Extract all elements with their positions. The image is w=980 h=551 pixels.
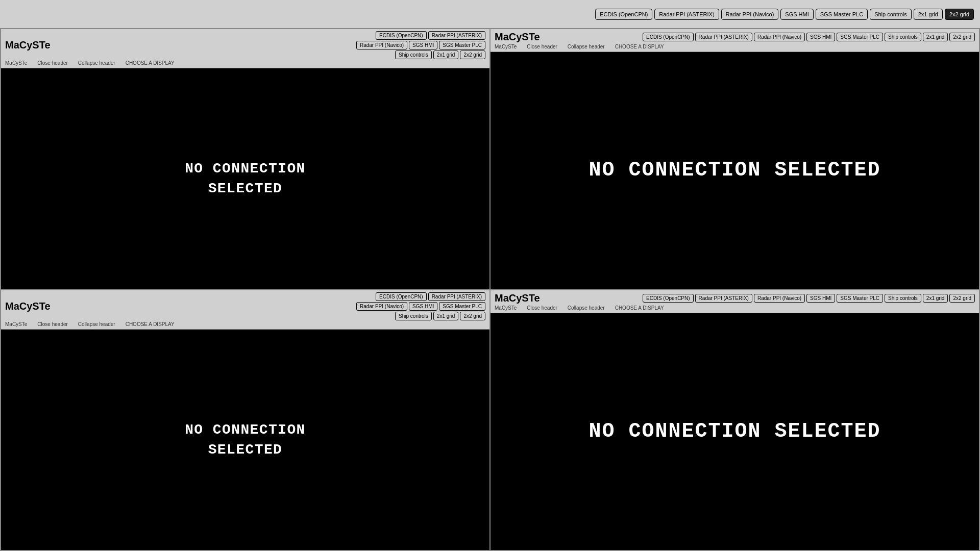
- panel-nav-btn-bottom-right-2[interactable]: Radar PPI (Navico): [754, 294, 805, 303]
- panel-nav-btn-top-left-r0-1[interactable]: Radar PPI (ASTERIX): [428, 31, 485, 40]
- panel-bottom-left: MaCySTeECDIS (OpenCPN)Radar PPI (ASTERIX…: [1, 290, 490, 551]
- panel-header-bottom-left: MaCySTeECDIS (OpenCPN)Radar PPI (ASTERIX…: [1, 290, 489, 330]
- panel-nav-btn-top-right-1[interactable]: Radar PPI (ASTERIX): [695, 33, 752, 41]
- panel-nav-btn-bottom-right-7[interactable]: 2x2 grid: [949, 294, 975, 303]
- panel-nav-btn-top-left-r1-2[interactable]: SGS Master PLC: [439, 41, 485, 49]
- panel-subnav-top-left-3[interactable]: CHOOSE A DISPLAY: [126, 60, 175, 66]
- grid-container: MaCySTeECDIS (OpenCPN)Radar PPI (ASTERIX…: [0, 28, 980, 551]
- panel-subnav-bottom-right-0[interactable]: MaCySTe: [495, 305, 517, 311]
- panel-subnav-bottom-right-1[interactable]: Close header: [527, 305, 557, 311]
- panel-header-top-right: MaCySTeECDIS (OpenCPN)Radar PPI (ASTERIX…: [491, 29, 979, 52]
- panel-subnav-top-right-1[interactable]: Close header: [527, 44, 557, 49]
- panel-header-top-left: MaCySTeECDIS (OpenCPN)Radar PPI (ASTERIX…: [1, 29, 489, 68]
- panel-subnav-bottom-right-2[interactable]: Collapse header: [568, 305, 605, 311]
- panel-content-bottom-right: NO CONNECTION SELECTED: [491, 313, 979, 550]
- panel-nav-btn-bottom-right-0[interactable]: ECDIS (OpenCPN): [643, 294, 694, 303]
- no-connection-label-bottom-right: NO CONNECTION SELECTED: [589, 417, 880, 446]
- panel-nav-btn-bottom-right-1[interactable]: Radar PPI (ASTERIX): [695, 294, 752, 303]
- panel-nav-btn-top-left-r1-0[interactable]: Radar PPI (Navico): [356, 41, 407, 49]
- panel-subnav-bottom-left-2[interactable]: Collapse header: [78, 321, 115, 327]
- panel-nav-btn-top-right-3[interactable]: SGS HMI: [806, 33, 835, 41]
- top-nav-btn-6[interactable]: 2x1 grid: [914, 9, 943, 20]
- top-nav-btn-5[interactable]: Ship controls: [870, 9, 912, 20]
- panel-top-right: MaCySTeECDIS (OpenCPN)Radar PPI (ASTERIX…: [490, 29, 979, 290]
- top-nav-btn-4[interactable]: SGS Master PLC: [816, 9, 868, 20]
- panel-nav-btn-top-right-6[interactable]: 2x1 grid: [923, 33, 948, 41]
- panel-header-bottom-right: MaCySTeECDIS (OpenCPN)Radar PPI (ASTERIX…: [491, 290, 979, 313]
- panel-title-bottom-right: MaCySTe: [495, 292, 540, 304]
- top-nav-btn-0[interactable]: ECDIS (OpenCPN): [595, 9, 652, 20]
- no-connection-label-top-left: NO CONNECTION SELECTED: [185, 159, 306, 198]
- panel-title-top-right: MaCySTe: [495, 31, 540, 43]
- panel-nav-btn-top-left-r1-1[interactable]: SGS HMI: [409, 41, 437, 49]
- top-nav-btn-1[interactable]: Radar PPI (ASTERIX): [654, 9, 719, 20]
- panel-nav-btn-top-left-r2-1[interactable]: 2x1 grid: [433, 51, 459, 59]
- panel-nav-btn-bottom-left-r2-1[interactable]: 2x1 grid: [433, 312, 459, 320]
- panel-subnav-top-left-1[interactable]: Close header: [37, 60, 67, 66]
- panel-nav-btn-top-right-2[interactable]: Radar PPI (Navico): [754, 33, 805, 41]
- panel-nav-btn-top-right-7[interactable]: 2x2 grid: [949, 33, 975, 41]
- panel-content-top-left: NO CONNECTION SELECTED: [1, 68, 489, 289]
- panel-top-left: MaCySTeECDIS (OpenCPN)Radar PPI (ASTERIX…: [1, 29, 490, 290]
- panel-content-bottom-left: NO CONNECTION SELECTED: [1, 330, 489, 550]
- panel-nav-btn-bottom-left-r2-0[interactable]: Ship controls: [395, 312, 432, 320]
- panel-bottom-right: MaCySTeECDIS (OpenCPN)Radar PPI (ASTERIX…: [490, 290, 979, 551]
- panel-nav-btn-bottom-left-r1-0[interactable]: Radar PPI (Navico): [356, 302, 407, 311]
- panel-nav-btn-top-left-r2-2[interactable]: 2x2 grid: [460, 51, 485, 59]
- panel-subnav-bottom-right-3[interactable]: CHOOSE A DISPLAY: [615, 305, 664, 311]
- top-bar: ECDIS (OpenCPN)Radar PPI (ASTERIX)Radar …: [0, 0, 980, 28]
- panel-nav-btn-bottom-left-r2-2[interactable]: 2x2 grid: [460, 312, 485, 320]
- panel-nav-btn-top-right-5[interactable]: Ship controls: [885, 33, 921, 41]
- panel-subnav-top-right-2[interactable]: Collapse header: [568, 44, 605, 49]
- panel-nav-btn-bottom-left-r0-0[interactable]: ECDIS (OpenCPN): [376, 292, 427, 301]
- panel-subnav-top-right-3[interactable]: CHOOSE A DISPLAY: [615, 44, 664, 49]
- panel-content-top-right: NO CONNECTION SELECTED: [491, 52, 979, 289]
- panel-nav-btn-top-right-0[interactable]: ECDIS (OpenCPN): [643, 33, 694, 41]
- panel-nav-btn-bottom-right-5[interactable]: Ship controls: [885, 294, 921, 303]
- panel-subnav-top-left-2[interactable]: Collapse header: [78, 60, 115, 66]
- panel-nav-btn-bottom-right-6[interactable]: 2x1 grid: [923, 294, 948, 303]
- panel-subnav-bottom-left-0[interactable]: MaCySTe: [5, 321, 27, 327]
- panel-nav-btn-bottom-right-4[interactable]: SGS Master PLC: [837, 294, 883, 303]
- panel-title-top-left: MaCySTe: [5, 39, 51, 51]
- panel-nav-btn-bottom-left-r0-1[interactable]: Radar PPI (ASTERIX): [428, 292, 485, 301]
- panel-subnav-bottom-left-3[interactable]: CHOOSE A DISPLAY: [126, 321, 175, 327]
- no-connection-label-top-right: NO CONNECTION SELECTED: [589, 156, 880, 185]
- top-nav-btn-7[interactable]: 2x2 grid: [945, 9, 974, 20]
- panel-nav-btn-bottom-left-r1-1[interactable]: SGS HMI: [409, 302, 437, 311]
- panel-subnav-top-left-0[interactable]: MaCySTe: [5, 60, 27, 66]
- top-nav-btn-3[interactable]: SGS HMI: [780, 9, 813, 20]
- panel-subnav-top-right-0[interactable]: MaCySTe: [495, 44, 517, 49]
- panel-title-bottom-left: MaCySTe: [5, 300, 51, 312]
- top-nav-buttons: ECDIS (OpenCPN)Radar PPI (ASTERIX)Radar …: [595, 9, 974, 20]
- panel-subnav-bottom-left-1[interactable]: Close header: [37, 321, 67, 327]
- panel-nav-btn-top-right-4[interactable]: SGS Master PLC: [837, 33, 883, 41]
- top-nav-btn-2[interactable]: Radar PPI (Navico): [721, 9, 779, 20]
- no-connection-label-bottom-left: NO CONNECTION SELECTED: [185, 420, 306, 460]
- panel-nav-btn-bottom-left-r1-2[interactable]: SGS Master PLC: [439, 302, 485, 311]
- panel-nav-btn-top-left-r0-0[interactable]: ECDIS (OpenCPN): [376, 31, 427, 40]
- panel-nav-btn-top-left-r2-0[interactable]: Ship controls: [395, 51, 432, 59]
- panel-nav-btn-bottom-right-3[interactable]: SGS HMI: [806, 294, 835, 303]
